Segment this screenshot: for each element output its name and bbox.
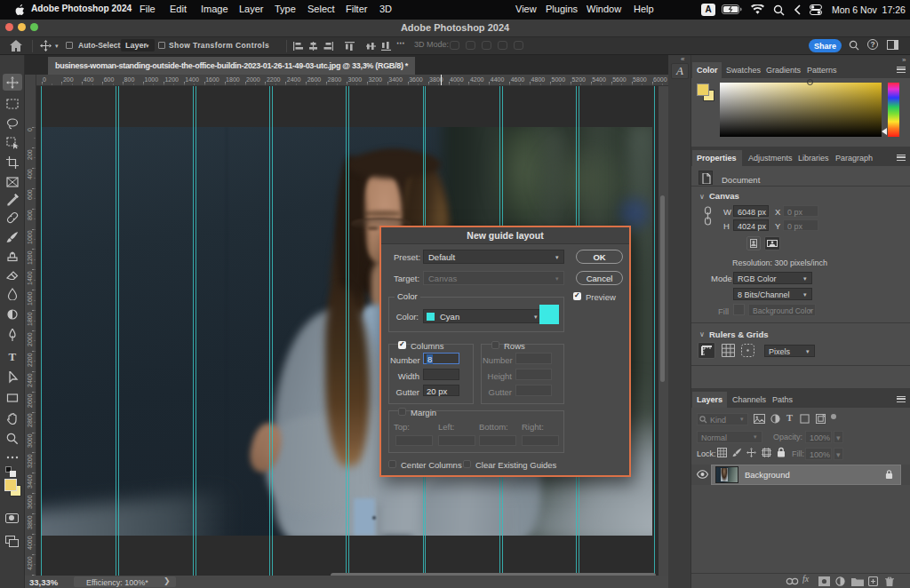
svg-text:T: T bbox=[9, 350, 17, 362]
